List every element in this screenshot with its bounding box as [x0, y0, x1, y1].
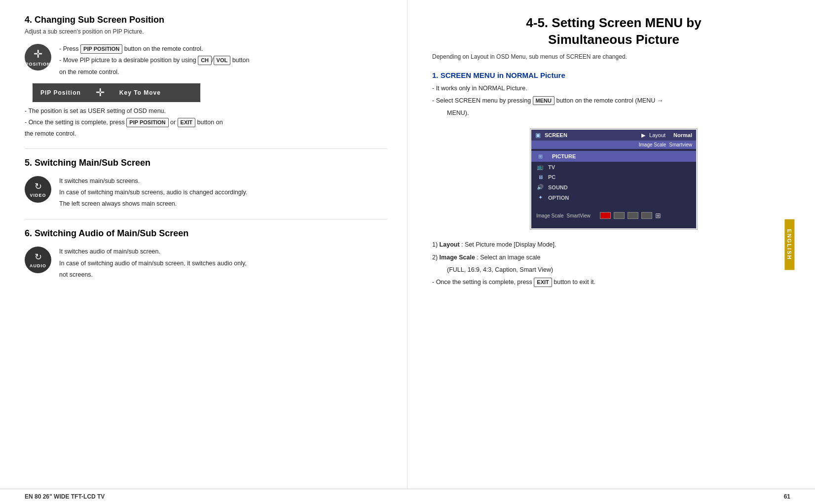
osd-menu-items: ⊞ PICTURE 📺 TV 🖥 PC 🔊	[531, 149, 696, 205]
bullet-4c: the remote control.	[25, 129, 387, 139]
pip-key-to-move: Key To Move	[119, 89, 161, 96]
position-icon: ✛ POSITION	[25, 44, 51, 71]
color-btn-4	[641, 212, 652, 219]
section-4: 4. Changing Sub Screen Position Adjust a…	[25, 15, 387, 140]
section-4-text: - Press PIP POSITION button on the remot…	[59, 44, 387, 78]
tv-icon: 📺	[536, 164, 544, 170]
video-icon: ↻ VIDEO	[25, 176, 51, 203]
osd-item-pc: 🖥 PC	[531, 172, 696, 182]
info-image-scale-sub: (FULL, 16:9, 4:3, Caption, Smart View)	[447, 265, 795, 275]
section-6: 6. Switching Audio of Main/Sub Screen ↻ …	[25, 228, 387, 281]
picture-icon: ⊞	[536, 153, 544, 160]
s5-line1: It switches main/sub screens.	[59, 176, 387, 186]
section-6-icon-block: ↻ AUDIO It switches audio of main/sub sc…	[25, 247, 387, 281]
option-label: OPTION	[548, 195, 569, 201]
osd-layout-value: Normal	[673, 132, 692, 138]
section-4-subtitle: Adjust a sub screen's position on PIP Pi…	[25, 28, 387, 35]
pip-pos-badge2: PIP POSITION	[126, 118, 168, 127]
left-column: 4. Changing Sub Screen Position Adjust a…	[0, 0, 408, 489]
ch-badge: CH	[198, 56, 212, 65]
bullet-2: - Move PIP picture to a desirable positi…	[59, 55, 387, 66]
pc-label: PC	[548, 174, 556, 180]
bullet-3: - The position is set as USER setting of…	[25, 106, 387, 116]
osd-inner: ▣ SCREEN ▶ Layout Normal Image Scale Sma…	[531, 130, 696, 228]
page-footer: EN 80 26" WIDE TFT-LCD TV 61	[0, 489, 815, 504]
exit-badge-right: EXIT	[534, 278, 552, 287]
grid-icon: ⊞	[655, 212, 661, 219]
footer-left: EN 80 26" WIDE TFT-LCD TV	[25, 493, 105, 500]
osd-top-bar: ▣ SCREEN ▶ Layout Normal	[531, 130, 696, 141]
osd-screen-label: SCREEN	[545, 132, 637, 138]
section-4-title: 4. Changing Sub Screen Position	[25, 15, 387, 25]
right-column: 4-5. Setting Screen MENU by Simultaneous…	[408, 0, 815, 489]
option-icon: ✦	[536, 194, 544, 201]
section-6-text: It switches audio of main/sub screen. In…	[59, 247, 387, 281]
bottom-image-scale: Image Scale	[536, 213, 564, 218]
osd-submenu-bar: Image Scale Smartview	[531, 141, 696, 149]
right-bullet-2: - Select SCREEN menu by pressing MENU bu…	[432, 96, 795, 106]
pc-icon: 🖥	[536, 174, 544, 180]
section-5-text: It switches main/sub screens. In case of…	[59, 176, 387, 211]
osd-arrow: ▶	[641, 132, 645, 139]
info-layout: 1) Layout : Set Picture mode [Display Mo…	[432, 240, 795, 250]
vol-badge: VOL	[214, 56, 231, 65]
right-intro: Depending on Layout in OSD Menu, sub men…	[432, 53, 795, 60]
pip-position-badge: PIP POSITION	[80, 44, 122, 54]
bullet-4: - Once the setting is complete, press PI…	[25, 117, 387, 128]
right-main-title: 4-5. Setting Screen MENU by Simultaneous…	[432, 15, 795, 48]
bottom-smartview: SmartView	[567, 213, 591, 218]
color-btn-3	[628, 212, 638, 219]
screen-icon: ▣	[535, 132, 541, 139]
info-exit: - Once the setting is complete, press EX…	[432, 277, 795, 288]
menu-badge: MENU	[533, 96, 555, 106]
bullet-2c: on the remote control.	[59, 67, 387, 77]
osd-item-option: ✦ OPTION	[531, 192, 696, 203]
osd-smartview-sub: Smartview	[669, 142, 692, 147]
s5-line3: The left screen always shows main screen…	[59, 199, 387, 209]
osd-bottom-bar: Image Scale SmartView ⊞	[531, 210, 696, 221]
section-6-title: 6. Switching Audio of Main/Sub Screen	[25, 228, 387, 239]
tv-label: TV	[548, 164, 555, 170]
osd-image-scale-sub: Image Scale	[639, 142, 667, 147]
exit-badge-left: EXIT	[178, 118, 195, 127]
section-4-icon-block: ✛ POSITION - Press PIP POSITION button o…	[25, 44, 387, 78]
osd-layout-label: Layout	[649, 132, 666, 138]
section-5-title: 5. Switching Main/Sub Screen	[25, 158, 387, 168]
color-btn-2	[614, 212, 625, 219]
bullet-1: - Press PIP POSITION button on the remot…	[59, 44, 387, 54]
sound-label: SOUND	[548, 184, 568, 190]
english-tab: ENGLISH	[785, 219, 795, 270]
audio-icon: ↻ AUDIO	[25, 247, 51, 273]
osd-screenshot: ▣ SCREEN ▶ Layout Normal Image Scale Sma…	[530, 128, 698, 230]
osd-item-picture: ⊞ PICTURE	[531, 151, 696, 162]
picture-label: PICTURE	[548, 153, 580, 160]
s6-line1: It switches audio of main/sub screen.	[59, 247, 387, 257]
right-section-1: 1. SCREEN MENU in NORMAL Picture - It wo…	[432, 71, 795, 288]
s6-line2: In case of switching audio of main/sub s…	[59, 258, 387, 269]
right-bullet-2c: MENU).	[447, 108, 795, 118]
right-s1-title: 1. SCREEN MENU in NORMAL Picture	[432, 71, 795, 79]
footer-right: 61	[784, 493, 790, 500]
pip-position-box: PIP Position ✛ Key To Move	[33, 83, 200, 102]
right-bullet-1: - It works only in NORMAL Picture.	[432, 83, 795, 94]
color-btn-1	[600, 212, 611, 219]
s5-line2: In case of switching main/sub screens, a…	[59, 187, 387, 198]
s6-line3: not screens.	[59, 270, 387, 280]
sound-icon: 🔊	[536, 184, 544, 190]
pip-pos-label: PIP Position	[40, 89, 81, 96]
section-5: 5. Switching Main/Sub Screen ↻ VIDEO It …	[25, 158, 387, 211]
osd-item-sound: 🔊 SOUND	[531, 182, 696, 192]
osd-item-tv: 📺 TV	[531, 162, 696, 172]
info-image-scale: 2) Image Scale : Select an image scale	[432, 252, 795, 263]
pip-arrow-icon: ✛	[96, 86, 105, 99]
section-5-icon-block: ↻ VIDEO It switches main/sub screens. In…	[25, 176, 387, 211]
